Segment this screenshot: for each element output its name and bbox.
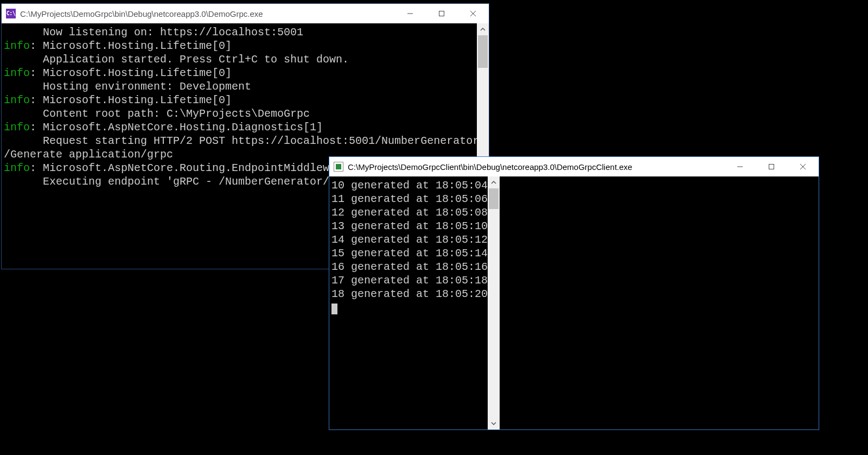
server-titlebar[interactable]: C:\ C:\MyProjects\DemoGrpc\bin\Debug\net… [2,4,489,23]
console-line: Application started. Press Ctrl+C to shu… [4,53,477,66]
close-button[interactable] [457,4,489,23]
client-titlebar[interactable]: C:\MyProjects\DemoGrpcClient\bin\Debug\n… [329,157,819,176]
server-window-title: C:\MyProjects\DemoGrpc\bin\Debug\netcore… [20,9,394,18]
console-line: info: Microsoft.Hosting.Lifetime[0] [4,93,477,107]
scroll-up-icon[interactable] [488,176,500,188]
console-line: Hosting environment: Development [4,80,477,93]
text-cursor [331,301,488,314]
console-text-span: Microsoft.Hosting.Lifetime[0] [36,67,232,79]
log-level-tag: info [4,67,30,79]
console-text-span: /Generate application/grpc [4,148,173,161]
console-line: 12 generated at 18:05:08 [331,206,488,219]
console-line: 14 generated at 18:05:12 [331,233,488,247]
console-line: Request starting HTTP/2 POST https://loc… [4,134,477,148]
scroll-thumb[interactable] [489,188,499,209]
console-line: Content root path: C:\MyProjects\DemoGrp… [4,107,477,121]
console-app-icon: C:\ [6,9,16,18]
console-line: info: Microsoft.AspNetCore.Hosting.Diagn… [4,121,477,134]
close-button[interactable] [787,157,819,176]
console-text-span: Application started. Press Ctrl+C to shu… [4,53,349,66]
log-level-tag: info [4,121,30,134]
scroll-up-icon[interactable] [477,23,489,35]
minimize-button[interactable] [394,4,426,23]
console-text-span: Microsoft.AspNetCore.Routing.EndpointMid… [36,162,336,174]
client-console-window: C:\MyProjects\DemoGrpcClient\bin\Debug\n… [329,156,819,430]
console-line: 10 generated at 18:05:04 [331,179,488,192]
console-text-span: Hosting environment: Development [4,80,251,93]
console-line: 16 generated at 18:05:16 [331,260,488,274]
maximize-button[interactable] [756,157,787,176]
client-scrollbar[interactable] [488,176,500,429]
console-line: 17 generated at 18:05:18 [331,274,488,287]
log-level-tag: info [4,94,30,106]
scroll-down-icon[interactable] [488,418,500,429]
console-line: Now listening on: https://localhost:5001 [4,26,477,39]
console-text-span: Microsoft.Hosting.Lifetime[0] [36,40,232,52]
console-text-span: Content root path: C:\MyProjects\DemoGrp… [4,108,310,120]
client-console-body: 10 generated at 18:05:0411 generated at … [329,176,500,429]
console-text-span: Request starting HTTP/2 POST https://loc… [4,135,477,147]
maximize-button[interactable] [426,4,457,23]
scroll-thumb[interactable] [478,35,488,68]
console-text-span: Now listening on: https://localhost:5001 [4,26,303,39]
svg-rect-1 [439,11,444,16]
client-window-controls [724,157,819,176]
console-line: 18 generated at 18:05:20 [331,287,488,301]
console-line: 15 generated at 18:05:14 [331,247,488,260]
console-text-span: Executing endpoint 'gRPC - /NumberGenera… [4,175,336,188]
log-level-tag: info [4,40,30,52]
minimize-button[interactable] [724,157,756,176]
svg-rect-5 [769,165,774,169]
console-line: info: Microsoft.Hosting.Lifetime[0] [4,66,477,80]
log-level-tag: info [4,162,30,174]
client-console-output[interactable]: 10 generated at 18:05:0411 generated at … [329,176,488,429]
console-text-span: Microsoft.Hosting.Lifetime[0] [36,94,232,106]
console-line: info: Microsoft.Hosting.Lifetime[0] [4,39,477,53]
console-line: 13 generated at 18:05:10 [331,219,488,233]
console-text-span: Microsoft.AspNetCore.Hosting.Diagnostics… [36,121,323,134]
server-window-controls [394,4,489,23]
console-app-icon [334,162,343,172]
client-window-title: C:\MyProjects\DemoGrpcClient\bin\Debug\n… [348,162,724,172]
console-line: 11 generated at 18:05:06 [331,192,488,206]
